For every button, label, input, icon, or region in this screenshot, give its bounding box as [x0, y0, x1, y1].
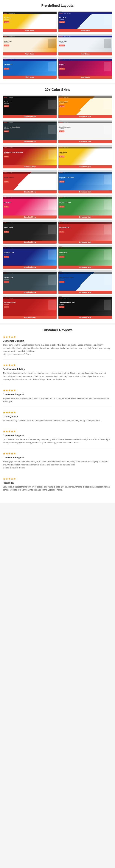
- color-skins-title: 20+ Color Skins: [2, 88, 113, 92]
- skin-nav-logo: Barbour: [4, 222, 7, 223]
- nav-logo: Barbour: [4, 13, 7, 14]
- skin-item: Barbour Home Shop All Kind of Glass Deco…: [3, 120, 57, 144]
- review-title: Flexibility: [3, 482, 112, 484]
- skin-nav-logo: Barbour: [4, 247, 7, 248]
- review-item: ★★★★★ Customer Support These guys ROCK -…: [3, 335, 112, 360]
- skin-download-btn[interactable]: Purchase Now: [59, 165, 112, 168]
- review-item: ★★★★★ Customer Support Happy theme with …: [3, 389, 112, 407]
- skin-nav-logo: Barbour: [4, 147, 7, 148]
- review-item: ★★★★★ Customer Support I just installed …: [3, 430, 112, 448]
- skin-item: Barbour Home Shop Pink Style Unkikable B…: [3, 195, 57, 219]
- skin-cta[interactable]: Buy Now: [59, 306, 65, 308]
- skin-download-btn[interactable]: Download Now: [59, 266, 112, 269]
- review-title: Customer Support: [3, 393, 112, 396]
- skin-nav-logo: Barbour: [4, 197, 7, 198]
- skin-cta[interactable]: Buy Now: [4, 306, 9, 308]
- skin-cta[interactable]: Buy Now: [4, 181, 9, 183]
- layout-cta[interactable]: View Now: [4, 21, 9, 23]
- skin-cta[interactable]: Buy Now: [4, 206, 9, 208]
- skin-item: Barbour Home Shop Green Style Unkikable …: [58, 245, 112, 269]
- skin-cta[interactable]: Buy Now: [59, 256, 65, 258]
- layout-cta[interactable]: View Now: [4, 68, 9, 70]
- skin-cta[interactable]: Buy Now: [59, 105, 65, 107]
- layout-demo-btn[interactable]: View Demo: [3, 29, 56, 32]
- skin-nav-logo: Barbour: [59, 147, 63, 148]
- layout-demo-btn[interactable]: View Demo: [3, 53, 56, 55]
- skin-cta[interactable]: Buy Now: [4, 130, 9, 132]
- skin-cta[interactable]: Buy Now: [4, 281, 9, 283]
- skin-item: Barbour Home Shop Spring 2017 Unkikable …: [58, 95, 112, 118]
- skin-download-btn[interactable]: Download Now: [3, 216, 56, 218]
- layout-label: Fashion: [59, 63, 111, 65]
- skin-item: Barbour Home Shop Top Yellow Unkikable B…: [58, 145, 112, 168]
- review-stars: ★★★★★: [3, 411, 112, 414]
- layout-demo-btn[interactable]: View Demo: [59, 53, 112, 55]
- skin-label: Health Choice 2: [59, 226, 111, 228]
- skins-grid: Barbour Home Shop Pure Black Unkikable B…: [2, 95, 113, 319]
- layout-label: Spring No.7: [4, 40, 56, 42]
- skin-label: Pure Black: [4, 101, 56, 103]
- layout-demo-btn[interactable]: View Demo: [3, 75, 56, 79]
- skin-cta[interactable]: Buy Now: [4, 256, 9, 258]
- skin-cta[interactable]: Buy Now: [59, 281, 65, 283]
- skin-download-btn[interactable]: Download Now: [59, 291, 112, 294]
- review-title: Customer Support: [3, 339, 112, 342]
- review-stars: ★★★★★: [3, 364, 112, 367]
- review-item: ★★★★★ Customer Support These guys are th…: [3, 452, 112, 473]
- skin-download-btn[interactable]: Download Now: [3, 241, 56, 244]
- skin-download-btn[interactable]: Download Now: [3, 291, 56, 294]
- layout-cta[interactable]: View Now: [4, 44, 9, 46]
- layout-demo-btn[interactable]: View Demo: [59, 29, 112, 32]
- predefined-layouts-section: Pre-defined Layouts Barbour Home Shop Bl…: [0, 0, 115, 83]
- review-item: ★★★★★ Code Quality WOW! Amazing quality …: [3, 411, 112, 426]
- skin-download-btn[interactable]: Download Now: [59, 216, 112, 218]
- skin-cta[interactable]: Buy Now: [59, 156, 65, 157]
- skin-nav-logo: Barbour: [4, 122, 7, 123]
- layout-label: Clean Style: [59, 40, 111, 42]
- skin-download-btn[interactable]: Download Now: [59, 115, 112, 118]
- skin-download-btn[interactable]: Purchase Now: [3, 165, 56, 168]
- layout-item: Barbour Home Shop Blog Clean Style Unkik…: [58, 34, 112, 56]
- skin-cta[interactable]: Buy Now: [4, 231, 9, 233]
- skin-download-btn[interactable]: Download Now: [59, 190, 112, 193]
- review-title: Customer Support: [3, 434, 112, 437]
- review-title: Code Quality: [3, 415, 112, 418]
- skin-download-btn[interactable]: Download Now: [3, 140, 56, 143]
- layout-demo-btn[interactable]: View Demo: [59, 75, 112, 79]
- skin-cta[interactable]: Buy Now: [59, 130, 65, 132]
- color-skins-section: 20+ Color Skins Barbour Home Shop Pure B…: [0, 84, 115, 323]
- skin-item: Barbour Home Shop Our Glass Workshop Unk…: [58, 170, 112, 194]
- skin-nav-logo: Barbour: [59, 122, 63, 123]
- skin-cta[interactable]: Buy Now: [4, 156, 9, 157]
- skin-cta[interactable]: Buy Now: [59, 181, 65, 183]
- skin-item: Barbour Home Shop Bead Necklaces Unkikab…: [58, 120, 112, 144]
- review-item: ★★★★★ Flexibility Very good. Suggest the…: [3, 477, 112, 495]
- skin-label: Spring 2017: [59, 101, 111, 103]
- layout-cta[interactable]: View Now: [59, 21, 65, 23]
- skin-download-btn[interactable]: Purchase Now: [3, 316, 56, 319]
- layout-item: Barbour Home Shop Blog Glass Decor Unkik…: [3, 57, 57, 79]
- skin-download-btn[interactable]: Download Now: [3, 266, 56, 269]
- skin-nav-logo: Barbour: [59, 222, 63, 223]
- review-text: Happy theme with many customization. Cus…: [3, 397, 112, 403]
- skin-label: 20% Off on All Glass: [59, 277, 111, 279]
- skin-download-btn[interactable]: Download Now: [59, 140, 112, 143]
- skin-label: Health Choice: [4, 176, 56, 178]
- skin-nav-logo: Barbour: [59, 197, 63, 198]
- skin-download-btn[interactable]: Download Now: [59, 316, 112, 319]
- review-item: ★★★★★ Feature Availability The theme is …: [3, 364, 112, 385]
- skin-nav-logo: Barbour: [4, 172, 7, 173]
- layout-cta[interactable]: View Now: [59, 44, 65, 46]
- review-title: Customer Support: [3, 456, 112, 459]
- review-stars: ★★★★★: [3, 477, 112, 480]
- skin-cta[interactable]: Buy Now: [4, 105, 9, 107]
- skin-nav-logo: Barbour: [59, 272, 63, 274]
- skin-cta[interactable]: Buy Now: [59, 206, 65, 208]
- skin-download-btn[interactable]: Download Now: [59, 241, 112, 244]
- skin-nav-logo: Barbour: [4, 97, 7, 98]
- skin-download-btn[interactable]: Download Now: [3, 115, 56, 118]
- layout-cta[interactable]: View Now: [59, 68, 65, 70]
- skin-download-btn[interactable]: Download Now: [3, 190, 56, 193]
- layout-item: Barbour Home Shop Blog Top Yellow Unkika…: [3, 11, 57, 32]
- skin-cta[interactable]: Buy Now: [59, 231, 65, 233]
